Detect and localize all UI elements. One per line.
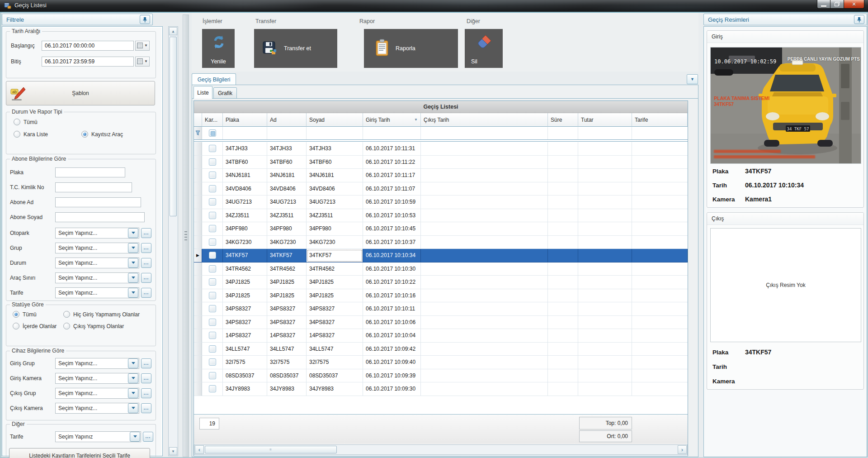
table-row[interactable]: ▶34TKF5734TKF5734TKF5706.10.2017 10:10:3… (194, 249, 688, 262)
table-row[interactable]: 32I757532I757532I757506.10.2017 10:09:40 (194, 356, 688, 369)
filter-panel-scrollbar[interactable]: ▲ ▼ (168, 26, 178, 456)
dropdown-giris-kamera[interactable]: Seçim Yapınız... (55, 373, 139, 384)
chevron-down-icon[interactable] (128, 243, 138, 253)
end-date-calendar-button[interactable]: ▼ (135, 57, 150, 67)
column-header-ad[interactable]: Ad (267, 113, 307, 127)
row-checkbox[interactable] (209, 212, 216, 219)
table-row[interactable]: 34PS832734PS832734PS832706.10.2017 10:10… (194, 316, 688, 329)
chevron-down-icon[interactable] (128, 288, 138, 298)
t-c-kimlik-no-input[interactable] (55, 182, 132, 192)
raporla-button[interactable]: Raporla (364, 29, 458, 68)
chevron-down-icon[interactable] (128, 358, 138, 368)
yenile-button[interactable]: Yenile (202, 29, 235, 68)
row-checkbox[interactable] (209, 225, 216, 232)
row-checkbox[interactable] (209, 385, 216, 392)
row-checkbox[interactable] (209, 198, 216, 205)
pin-button[interactable] (140, 15, 150, 24)
ellipsis-button[interactable]: ... (141, 228, 151, 238)
filter-cell[interactable] (363, 127, 421, 139)
filter-cell[interactable] (421, 127, 548, 139)
transfer-et-button[interactable]: Transfer et (254, 29, 337, 68)
radio-kara-liste[interactable]: Kara Liste (14, 131, 81, 138)
row-checkbox[interactable] (209, 185, 216, 192)
table-row[interactable]: 34NJ618134NJ618134NJ618106.10.2017 10:11… (194, 169, 688, 182)
panel-splitter[interactable] (183, 14, 189, 457)
start-date-input[interactable]: 06.10.2017 00:00:00 (42, 41, 134, 51)
chevron-down-icon[interactable] (128, 228, 138, 238)
scroll-left-button[interactable]: ‹ (195, 445, 204, 454)
ellipsis-button[interactable]: ... (141, 288, 151, 298)
row-checkbox[interactable] (209, 292, 216, 299)
column-header-plaka[interactable]: Plaka (223, 113, 267, 127)
row-checkbox[interactable] (209, 158, 216, 166)
table-row[interactable]: 34JY898334JY898334JY898306.10.2017 10:09… (194, 382, 688, 396)
row-checkbox[interactable] (209, 319, 216, 326)
tab-gecis-bilgileri[interactable]: Geçiş Bilgileri (192, 73, 236, 85)
filter-cell[interactable] (632, 127, 688, 139)
dropdown-cikis-grup[interactable]: Seçim Yapınız... (55, 388, 139, 399)
tab-grafik[interactable]: Grafik (213, 87, 237, 99)
column-header-soyad[interactable]: Soyad (307, 113, 363, 127)
column-header-giris-tarih[interactable]: Giriş Tarih▼ (363, 113, 421, 127)
filter-cell[interactable] (307, 127, 363, 139)
title-bar[interactable]: Geçiş Listesi ✕ (0, 0, 868, 12)
dropdown-arac-siniri[interactable]: Seçim Yapınız... (55, 272, 139, 283)
column-header-tarife[interactable]: Tarife (632, 113, 688, 127)
row-checkbox[interactable] (209, 332, 216, 339)
minimize-button[interactable] (817, 0, 830, 9)
tab-liste[interactable]: Liste (193, 86, 212, 99)
sablon-button[interactable]: ab Şablon (6, 81, 155, 105)
table-row[interactable]: 08SD3503708SD3503708SD3503706.10.2017 10… (194, 369, 688, 383)
table-row[interactable]: 34PF98034PF98034PF98006.10.2017 10:10:45 (194, 222, 688, 236)
table-row[interactable]: 34PJ182534PJ182534PJ182506.10.2017 10:10… (194, 289, 688, 303)
grid-filter-row[interactable] (194, 127, 688, 140)
giris-photo[interactable]: 34 TKF 57 10.06.2017 10:02:59 PERPA CANL… (710, 47, 861, 164)
chevron-down-icon[interactable] (128, 403, 138, 413)
update-tarife-button[interactable]: Listedeki Kayıtların Tarifelerini Seçili… (9, 448, 150, 458)
table-row[interactable]: 34KG723034KG723034KG723006.10.2017 10:10… (194, 236, 688, 249)
ellipsis-button[interactable]: ... (141, 258, 151, 268)
table-row[interactable]: 34LL574734LL574734LL574706.10.2017 10:09… (194, 343, 688, 356)
chevron-down-icon[interactable] (128, 373, 138, 383)
close-button[interactable]: ✕ (844, 0, 864, 9)
chevron-down-icon[interactable] (130, 432, 140, 442)
row-checkbox[interactable] (209, 358, 216, 366)
start-date-calendar-button[interactable]: ▼ (135, 41, 150, 51)
dropdown-otopark[interactable]: Seçim Yapınız... (55, 228, 139, 239)
plaka-input[interactable] (55, 167, 125, 177)
scroll-down-button[interactable]: ▼ (169, 447, 177, 455)
pin-button[interactable] (854, 15, 864, 24)
abone-soyad-input[interactable] (55, 212, 145, 222)
radio-kayitsiz-arac[interactable]: Kayıtsız Araç (81, 131, 156, 138)
panel-dropdown-button[interactable]: ▼ (687, 74, 698, 84)
ellipsis-button[interactable]: ... (143, 432, 153, 442)
row-checkbox[interactable] (209, 345, 216, 353)
table-row[interactable]: 34TR456234TR456234TR456206.10.2017 10:10… (194, 262, 688, 276)
filter-cell[interactable] (223, 127, 267, 139)
chevron-down-icon[interactable] (128, 273, 138, 283)
radio-icerde-olanlar[interactable]: İçerde Olanlar (13, 323, 63, 329)
abone-ad-input[interactable] (55, 197, 141, 207)
column-header-sure[interactable]: Süre (548, 113, 578, 127)
radio-cikis-yapmis-olanlar[interactable]: Çıkış Yapmış Olanlar (63, 323, 156, 329)
filter-cell[interactable] (267, 127, 307, 139)
ellipsis-button[interactable]: ... (141, 273, 151, 283)
restore-button[interactable] (830, 0, 844, 9)
chevron-down-icon[interactable] (128, 388, 138, 398)
table-row[interactable]: 34UG721334UG721334UG721306.10.2017 10:10… (194, 196, 688, 209)
chevron-down-icon[interactable] (128, 258, 138, 268)
sil-button[interactable]: Sil (465, 29, 503, 68)
column-header-tutar[interactable]: Tutar (578, 113, 632, 127)
dropdown-giris-grup[interactable]: Seçim Yapınız... (55, 358, 139, 369)
table-row[interactable]: 34VD840634VD840634VD840606.10.2017 10:11… (194, 182, 688, 196)
column-header-cikis-tarih[interactable]: Çıkış Tarih (421, 113, 548, 127)
dropdown-tarife[interactable]: Seçim Yapınız... (55, 287, 139, 298)
dropdown-cikis-kamera[interactable]: Seçim Yapınız... (55, 403, 139, 414)
column-header-kar[interactable]: Kar... (202, 113, 223, 127)
dropdown-tarife[interactable]: Seçim Yapınız (55, 431, 141, 442)
dropdown-grup[interactable]: Seçim Yapınız... (55, 243, 139, 253)
ellipsis-button[interactable]: ... (141, 373, 151, 383)
row-checkbox[interactable] (209, 372, 216, 379)
scroll-right-button[interactable]: › (678, 445, 687, 454)
table-row[interactable]: 34TJH3334TJH3334TJH3306.10.2017 10:11:31 (194, 142, 688, 156)
